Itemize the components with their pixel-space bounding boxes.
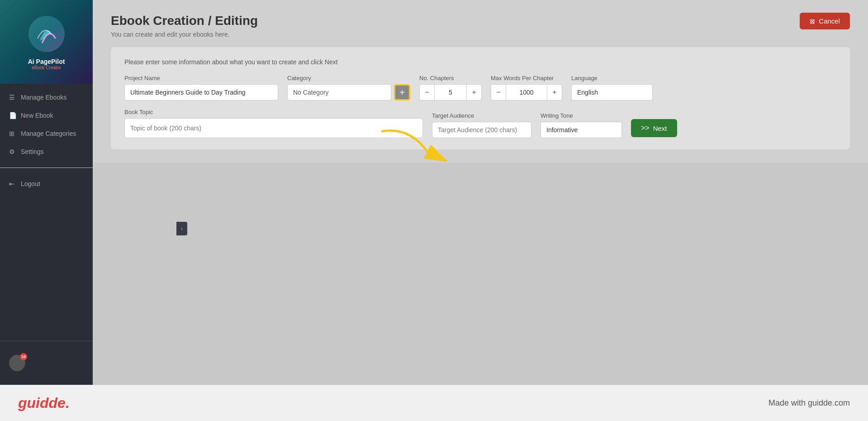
project-name-label: Project Name [124,75,278,81]
max-words-decrease-button[interactable]: − [491,84,506,100]
writing-tone-label: Writing Tone [541,112,622,119]
language-group: Language English Spanish French German [571,75,653,100]
cancel-button[interactable]: ⊠ Cancel [800,13,850,29]
category-select[interactable]: No Category [287,84,391,100]
writing-tone-group: Writing Tone Informative Casual Professi… [541,112,622,138]
next-icon: >> [641,124,650,132]
sidebar-collapse-button[interactable]: ‹ [176,222,187,235]
sidebar-item-label: Settings [21,148,44,155]
manage-categories-icon: ⊞ [9,130,16,137]
max-words-stepper: − 1000 + [491,84,562,100]
max-words-value: 1000 [506,84,547,100]
category-select-group: No Category + [287,84,410,100]
target-audience-label: Target Audience [432,112,531,119]
max-words-group: Max Words Per Chapter − 1000 + [491,75,562,100]
chapters-value: 5 [435,84,466,100]
next-button[interactable]: >> Next [631,119,677,137]
logo-sub: eBook Creator [26,65,67,70]
logo-area: Ai PagePilot eBook Creator [0,0,93,84]
book-topic-label: Book Topic [124,109,423,115]
language-select[interactable]: English Spanish French German [571,84,653,100]
book-topic-input[interactable] [124,118,423,138]
sidebar-item-settings[interactable]: ⚙ Settings [0,143,93,161]
sidebar-item-label: Logout [21,180,40,187]
footer: guidde. Made with guidde.com [0,385,868,421]
sidebar-item-new-ebook[interactable]: 📄 New Ebook [0,106,93,124]
form-row-2: Book Topic Target Audience Writing Tone … [124,109,836,138]
language-label: Language [571,75,653,81]
avatar-area: 16 [0,348,93,378]
cancel-icon: ⊠ [810,18,815,25]
sidebar-item-label: Manage Ebooks [21,94,66,101]
new-ebook-icon: 📄 [9,112,16,119]
project-name-input[interactable] [124,84,278,100]
category-label: Category [287,75,410,81]
book-topic-group: Book Topic [124,109,423,138]
sidebar-nav: ☰ Manage Ebooks 📄 New Ebook ⊞ Manage Cat… [0,84,93,341]
footer-tagline: Made with guidde.com [768,398,850,408]
next-button-container: >> Next [631,119,677,138]
sidebar: Ai PagePilot eBook Creator ☰ Manage Eboo… [0,0,93,385]
chapters-label: No. Chapters [419,75,482,81]
project-name-group: Project Name [124,75,278,100]
chapters-stepper: − 5 + [419,84,482,100]
sidebar-item-logout[interactable]: ⇤ Logout [0,175,93,193]
add-category-button[interactable]: + [394,84,410,100]
page-subtitle: You can create and edit your ebooks here… [111,31,850,38]
category-group: Category No Category + [287,75,410,100]
page-title: Ebook Creation / Editing [111,14,850,28]
logo-svg [26,14,67,54]
chapters-decrease-button[interactable]: − [419,84,435,100]
writing-tone-select[interactable]: Informative Casual Professional Academic [541,122,622,138]
logo-text: Ai PagePilot [26,58,67,65]
max-words-label: Max Words Per Chapter [491,75,562,81]
target-audience-input[interactable] [432,122,531,138]
main-content: Ebook Creation / Editing You can create … [93,0,868,163]
plus-icon: + [399,88,405,97]
sidebar-item-label: Manage Categories [21,130,76,137]
avatar: 16 [9,355,25,371]
form-card: Please enter some information about what… [111,47,850,149]
chapters-increase-button[interactable]: + [466,84,482,100]
sidebar-item-manage-ebooks[interactable]: ☰ Manage Ebooks [0,88,93,106]
footer-logo: guidde. [18,395,70,411]
logout-icon: ⇤ [9,180,16,187]
manage-ebooks-icon: ☰ [9,94,16,101]
form-instruction: Please enter some information about what… [124,58,836,66]
sidebar-item-manage-categories[interactable]: ⊞ Manage Categories [0,124,93,143]
max-words-increase-button[interactable]: + [547,84,562,100]
sidebar-item-label: New Ebook [21,112,53,119]
target-audience-group: Target Audience [432,112,531,138]
form-row-1: Project Name Category No Category + [124,75,836,100]
settings-icon: ⚙ [9,148,16,155]
sidebar-bottom: 16 [0,341,93,385]
chapters-group: No. Chapters − 5 + [419,75,482,100]
notification-badge: 16 [20,353,27,360]
